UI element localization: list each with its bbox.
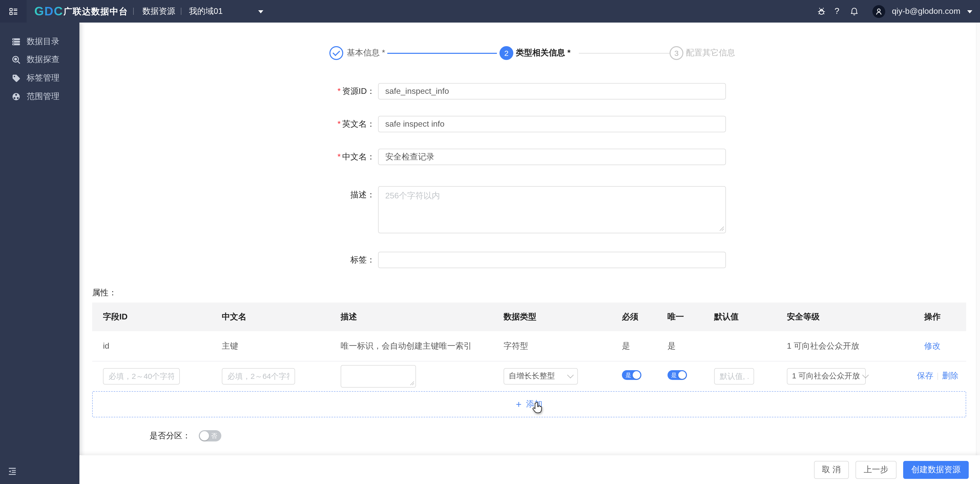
sidebar-collapse-button[interactable] — [8, 466, 17, 478]
help-button[interactable]: ? — [835, 0, 839, 22]
resource-id-input[interactable] — [378, 83, 726, 99]
footer-actions: 取 消 上一步 创建数据资源 — [80, 455, 980, 484]
topbar-divider — [133, 8, 134, 15]
partition-toggle[interactable]: 否 — [199, 430, 221, 441]
unique-toggle[interactable]: 是 — [668, 370, 687, 380]
table-header-row: 字段ID 中文名 描述 数据类型 必须 唯一 默认值 安全等级 操作 — [92, 302, 966, 331]
step-3-number: 3 — [675, 49, 679, 58]
avatar — [872, 5, 885, 18]
description-textarea[interactable] — [378, 186, 726, 233]
domain-selector[interactable]: 我的域01 — [189, 0, 223, 22]
table-edit-row: 自增长长整型 是 是 — [92, 361, 966, 391]
domain-caret-icon[interactable] — [258, 10, 263, 13]
main-content: 基本信息 * 2 类型相关信息 * 3 配置其它信息 *资源ID： *英文名： … — [80, 22, 980, 484]
delete-link[interactable]: 删除 — [942, 371, 958, 380]
help-icon: ? — [835, 6, 839, 16]
cell-cn-name: 主键 — [222, 341, 340, 351]
toggle-knob — [678, 371, 686, 379]
cell-required: 是 — [622, 341, 668, 351]
product-name: 广联达数据中台 — [64, 0, 128, 22]
plus-icon: + — [516, 399, 522, 409]
english-name-label: *英文名： — [80, 119, 378, 129]
partition-label: 是否分区： — [80, 430, 191, 441]
english-name-input[interactable] — [378, 116, 726, 132]
form-row-english-name: *英文名： — [80, 116, 980, 132]
collapse-sidebar-icon — [8, 466, 17, 476]
data-explore-icon — [12, 55, 21, 64]
cell-data-type: 字符型 — [504, 341, 622, 351]
chinese-name-input[interactable] — [378, 149, 726, 165]
form-row-chinese-name: *中文名： — [80, 149, 980, 165]
sidebar-item-data-explore[interactable]: 数据探查 — [0, 51, 80, 68]
action-divider — [937, 373, 938, 380]
step-connector-pending — [579, 53, 670, 54]
toggle-knob — [200, 431, 209, 441]
tags-label: 标签： — [80, 254, 378, 265]
partition-row: 是否分区： 否 — [80, 430, 221, 441]
description-label: 描述： — [80, 186, 378, 200]
form-row-tags: 标签： — [80, 252, 980, 268]
user-avatar[interactable] — [872, 0, 885, 22]
sidebar: 数据目录 数据探查 标签管理 范围管理 — [0, 22, 80, 484]
step-2-number: 2 — [504, 49, 509, 58]
sidebar-item-scope-manage[interactable]: 范围管理 — [0, 88, 80, 105]
attributes-section-label: 属性： — [92, 288, 117, 299]
col-header-default: 默认值 — [714, 311, 787, 322]
default-value-input[interactable] — [714, 368, 754, 384]
step-1-label[interactable]: 基本信息 * — [347, 46, 385, 60]
cell-field-id: id — [103, 342, 222, 351]
cell-security: 1 可向社会公众开放 — [787, 341, 915, 351]
bug-report-button[interactable] — [817, 0, 826, 22]
previous-step-button[interactable]: 上一步 — [856, 461, 897, 479]
topbar-divider — [181, 8, 181, 15]
person-icon — [875, 7, 883, 16]
required-toggle[interactable]: 是 — [622, 370, 641, 380]
sidebar-item-data-catalog[interactable]: 数据目录 — [0, 33, 80, 50]
required-mark: * — [337, 86, 340, 95]
chinese-name-label: *中文名： — [80, 152, 378, 162]
add-field-button[interactable]: + 添加 — [92, 391, 966, 417]
field-id-input[interactable] — [103, 368, 180, 384]
nav-data-resource[interactable]: 数据资源 — [142, 0, 175, 22]
col-header-description: 描述 — [340, 311, 504, 322]
app-window: GDC 广联达数据中台 数据资源 我的域01 ? — [0, 0, 980, 484]
cancel-button[interactable]: 取 消 — [814, 461, 849, 479]
notifications-button[interactable] — [850, 0, 859, 22]
col-header-data-type: 数据类型 — [504, 311, 622, 322]
step-3-circle: 3 — [670, 46, 683, 60]
col-header-unique: 唯一 — [668, 311, 714, 322]
user-email[interactable]: qiy-b@glodon.com — [892, 0, 960, 22]
topbar: GDC 广联达数据中台 数据资源 我的域01 ? — [0, 0, 980, 22]
col-header-field-id: 字段ID — [103, 311, 222, 322]
apps-menu-button[interactable] — [0, 0, 27, 22]
col-header-security: 安全等级 — [787, 311, 915, 322]
data-type-select[interactable]: 自增长长整型 — [504, 368, 578, 384]
resource-id-label: *资源ID： — [80, 86, 378, 97]
save-link[interactable]: 保存 — [917, 371, 933, 380]
form-row-resource-id: *资源ID： — [80, 83, 980, 99]
toggle-knob — [633, 371, 640, 379]
col-header-required: 必须 — [622, 311, 668, 322]
cn-name-input[interactable] — [222, 368, 295, 384]
data-catalog-icon — [12, 37, 21, 46]
scope-manage-icon — [12, 92, 21, 101]
sidebar-item-tag-manage[interactable]: 标签管理 — [0, 69, 80, 87]
tag-manage-icon — [12, 73, 21, 82]
step-connector-done — [387, 53, 497, 54]
description-cell-textarea[interactable] — [340, 365, 416, 387]
tags-input[interactable] — [378, 252, 726, 268]
bug-icon — [817, 7, 826, 16]
edit-link[interactable]: 修改 — [924, 341, 940, 350]
step-1-circle[interactable] — [329, 46, 343, 60]
add-field-label: 添加 — [526, 399, 542, 410]
chevron-down-icon — [567, 372, 573, 378]
col-header-cn-name: 中文名 — [222, 311, 340, 322]
gdc-logo: GDC — [34, 0, 63, 22]
attributes-table: 字段ID 中文名 描述 数据类型 必须 唯一 默认值 安全等级 操作 id 主键… — [92, 302, 966, 417]
user-menu-caret-icon[interactable] — [967, 10, 972, 13]
security-level-select[interactable]: 1 可向社会公众开放 — [787, 368, 866, 384]
form-row-description: 描述： — [80, 186, 980, 233]
step-2-circle: 2 — [500, 46, 513, 60]
check-icon — [332, 48, 340, 56]
create-data-resource-button[interactable]: 创建数据资源 — [903, 461, 969, 479]
